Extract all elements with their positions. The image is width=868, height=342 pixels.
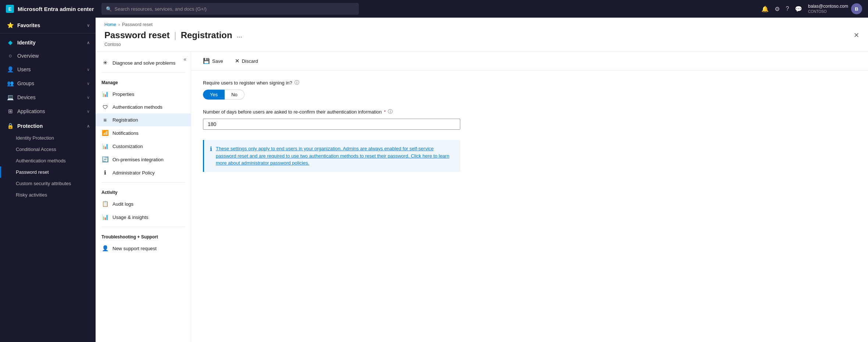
auth-methods-icon: 🛡: [101, 104, 109, 110]
toolbar: 💾 Save ✕ Discard: [191, 52, 868, 71]
days-label-text: Number of days before users are asked to…: [203, 109, 382, 115]
left-nav: « ✳ Diagnose and solve problems Manage 📊…: [96, 52, 191, 342]
sidebar-subitem-conditional-access[interactable]: Conditional Access: [0, 144, 96, 155]
notifications-icon[interactable]: 🔔: [761, 6, 769, 12]
applications-label: Applications: [17, 108, 83, 114]
notifications-label: Notifications: [112, 130, 139, 136]
groups-label: Groups: [17, 80, 83, 86]
require-label-text: Require users to register when signing i…: [203, 80, 292, 86]
sidebar-item-favorites[interactable]: ⭐ Favorites ∨: [0, 18, 96, 32]
nav-registration[interactable]: ≡ Registration: [96, 114, 191, 126]
manage-section: Manage: [96, 76, 191, 87]
user-tenant: CONTOSO: [808, 9, 848, 14]
star-icon: ⭐: [7, 22, 14, 29]
properties-icon: 📊: [101, 91, 109, 97]
info-box-link[interactable]: These settings only apply to end users i…: [216, 146, 449, 166]
nav-usage-insights[interactable]: 📊 Usage & insights: [96, 210, 191, 224]
discard-icon: ✕: [235, 58, 240, 64]
save-button[interactable]: 💾 Save: [200, 56, 226, 66]
sidebar-item-groups[interactable]: 👥 Groups ∨: [0, 76, 96, 90]
sidebar-subitem-password-reset[interactable]: Password reset: [0, 166, 96, 178]
password-reset-label: Password reset: [16, 169, 49, 175]
info-box-icon: ℹ: [210, 145, 212, 167]
chevron-up-icon: ∧: [87, 40, 90, 45]
applications-icon: ⊞: [7, 108, 14, 115]
sidebar-subitem-risky-activities[interactable]: Risky activities: [0, 189, 96, 201]
breadcrumb-current: Password reset: [122, 22, 153, 27]
activity-section: Activity: [96, 186, 191, 197]
breadcrumb: Home › Password reset: [104, 22, 859, 27]
yes-option[interactable]: Yes: [203, 90, 225, 100]
notifications-nav-icon: 📶: [101, 130, 109, 136]
usage-insights-label: Usage & insights: [112, 215, 149, 220]
days-info-icon[interactable]: ⓘ: [388, 108, 393, 115]
discard-button[interactable]: ✕ Discard: [232, 56, 261, 66]
breadcrumb-separator: ›: [118, 22, 120, 27]
brand-icon: E: [6, 5, 14, 13]
divider: [0, 33, 96, 33]
sidebar-item-identity[interactable]: ◆ Identity ∧: [0, 35, 96, 49]
user-profile[interactable]: balas@contoso.com CONTOSO B: [808, 3, 862, 14]
page-section: Registration: [181, 30, 232, 40]
nav-properties[interactable]: 📊 Properties: [96, 87, 191, 101]
diagnose-icon: ✳: [101, 60, 109, 66]
troubleshoot-section: Troubleshooting + Support: [96, 230, 191, 242]
protection-label: Protection: [17, 123, 83, 129]
toggle-pill: Yes No: [203, 90, 244, 100]
on-premises-label: On-premises integration: [112, 157, 164, 162]
brand-name: Microsoft Entra admin center: [18, 6, 94, 12]
nav-on-premises[interactable]: 🔄 On-premises integration: [96, 153, 191, 166]
feedback-icon[interactable]: 💬: [795, 6, 802, 12]
info-box-text: These settings only apply to end users i…: [216, 145, 454, 167]
nav-divider-2: [101, 182, 185, 183]
require-label: Require users to register when signing i…: [203, 79, 856, 86]
sidebar-item-protection[interactable]: 🔒 Protection ∧: [0, 118, 96, 132]
breadcrumb-home[interactable]: Home: [104, 22, 116, 27]
collapse-button[interactable]: «: [183, 56, 186, 62]
custom-security-label: Custom security attributes: [16, 181, 71, 186]
overview-label: Overview: [17, 53, 90, 59]
page-tenant: Contoso: [104, 40, 859, 51]
new-support-label: New support request: [112, 246, 157, 251]
users-label: Users: [17, 66, 83, 72]
no-option[interactable]: No: [225, 90, 244, 100]
page-title: Password reset: [104, 30, 169, 40]
settings-icon[interactable]: ⚙: [775, 6, 780, 12]
nav-admin-policy[interactable]: ℹ Administrator Policy: [96, 166, 191, 179]
diagnose-item[interactable]: ✳ Diagnose and solve problems: [96, 56, 191, 69]
sidebar: ⭐ Favorites ∨ ◆ Identity ∧ ○ Overview 👤 …: [0, 18, 96, 342]
admin-policy-label: Administrator Policy: [112, 170, 155, 176]
users-icon: 👤: [7, 66, 14, 73]
nav-audit-logs[interactable]: 📋 Audit logs: [96, 197, 191, 210]
sidebar-subitem-auth-methods[interactable]: Authentication methods: [0, 155, 96, 166]
identity-label: Identity: [17, 40, 83, 46]
auth-methods-label: Authentication methods: [16, 158, 66, 163]
nav-auth-methods[interactable]: 🛡 Authentication methods: [96, 101, 191, 114]
page-title-row: Password reset | Registration ... ✕: [104, 30, 859, 40]
nav-customization[interactable]: 📊 Customization: [96, 140, 191, 153]
search-bar[interactable]: 🔍: [101, 3, 359, 15]
help-icon[interactable]: ?: [786, 6, 789, 12]
discard-label: Discard: [242, 58, 258, 64]
overview-icon: ○: [7, 53, 14, 59]
days-input[interactable]: [203, 119, 460, 130]
sidebar-item-applications[interactable]: ⊞ Applications ∨: [0, 104, 96, 118]
nav-notifications[interactable]: 📶 Notifications: [96, 126, 191, 140]
sidebar-item-overview[interactable]: ○ Overview: [0, 49, 96, 62]
sidebar-item-users[interactable]: 👤 Users ∨: [0, 62, 96, 76]
sidebar-item-devices[interactable]: 💻 Devices ∨: [0, 90, 96, 104]
conditional-access-label: Conditional Access: [16, 147, 56, 152]
avatar[interactable]: B: [851, 3, 862, 14]
chevron-down-icon: ∨: [87, 81, 90, 86]
customization-icon: 📊: [101, 143, 109, 150]
search-input[interactable]: [115, 6, 354, 12]
sidebar-subitem-identity-protection[interactable]: Identity Protection: [0, 132, 96, 144]
sidebar-subitem-custom-security[interactable]: Custom security attributes: [0, 178, 96, 189]
more-options-button[interactable]: ...: [237, 32, 242, 39]
registration-label: Registration: [112, 117, 138, 123]
require-info-icon[interactable]: ⓘ: [294, 79, 299, 86]
chevron-down-icon: ∨: [87, 95, 90, 100]
page-header: Home › Password reset Password reset | R…: [96, 18, 868, 52]
close-button[interactable]: ✕: [854, 31, 859, 39]
nav-new-support[interactable]: 👤 New support request: [96, 242, 191, 255]
